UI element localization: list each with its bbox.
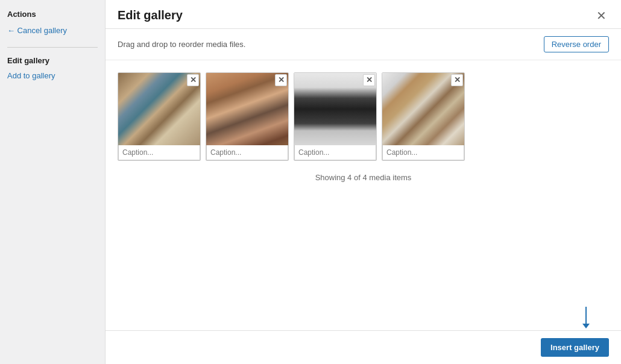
gallery-item-inner: ✕ [206,72,289,161]
main-footer: Insert gallery [106,330,621,364]
arrow-indicator [582,307,590,328]
remove-item-button-2[interactable]: ✕ [275,74,287,86]
gallery-grid: ✕ ✕ ✕ [118,72,609,161]
insert-gallery-button[interactable]: Insert gallery [541,338,609,357]
sidebar-divider [7,47,98,48]
remove-item-button-1[interactable]: ✕ [187,74,199,86]
gallery-item-inner: ✕ [118,72,201,161]
media-count-text: Showing 4 of 4 media items [118,173,609,188]
gallery-area: ✕ ✕ ✕ [106,60,621,330]
remove-item-button-3[interactable]: ✕ [363,74,375,86]
close-button[interactable]: ✕ [594,10,609,22]
add-to-gallery-link[interactable]: Add to gallery [7,71,98,80]
drag-hint-text: Drag and drop to reorder media files. [118,40,245,49]
arrow-head [582,324,590,328]
gallery-item: ✕ [294,72,377,161]
reverse-order-button[interactable]: Reverse order [544,36,609,52]
gallery-item: ✕ [118,72,201,161]
page-title: Edit gallery [118,8,183,22]
gallery-item-inner: ✕ [294,72,377,161]
sidebar: Actions ← Cancel gallery Edit gallery Ad… [0,0,106,364]
caption-input-3[interactable] [294,145,376,160]
gallery-item-inner: ✕ [382,72,465,161]
caption-input-2[interactable] [206,145,288,160]
remove-item-button-4[interactable]: ✕ [451,74,463,86]
arrow-line [585,307,587,324]
cancel-gallery-link[interactable]: ← Cancel gallery [7,26,98,35]
caption-input-4[interactable] [382,145,464,160]
toolbar: Drag and drop to reorder media files. Re… [106,29,621,60]
sidebar-actions-label: Actions [7,10,98,19]
main-header: Edit gallery ✕ [106,0,621,29]
gallery-item: ✕ [382,72,465,161]
gallery-item: ✕ [206,72,289,161]
sidebar-section-title: Edit gallery [7,56,98,65]
main-panel: Edit gallery ✕ Drag and drop to reorder … [106,0,621,364]
caption-input-1[interactable] [118,145,200,160]
